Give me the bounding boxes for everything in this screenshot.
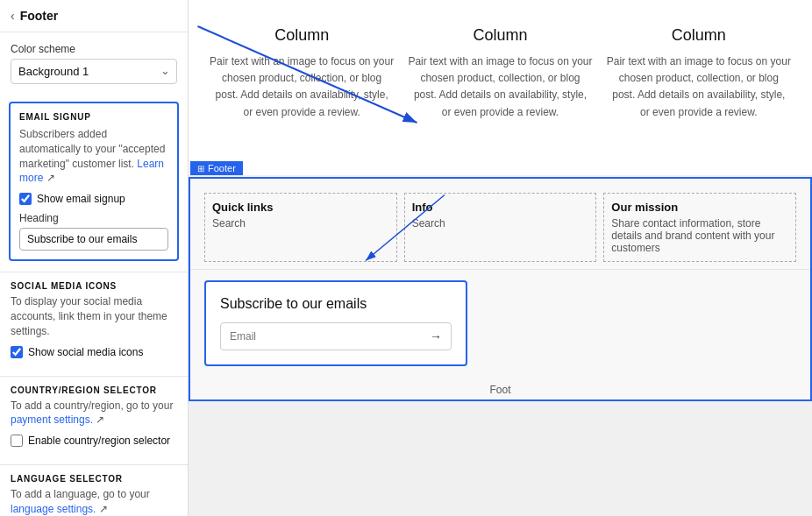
social-media-section: SOCIAL MEDIA ICONS To display your socia… [0, 272, 188, 364]
enable-country-checkbox[interactable] [11, 435, 23, 447]
enable-country-row: Enable country/region selector [11, 435, 177, 447]
column-3: Column Pair text with an image to focus … [607, 26, 791, 121]
footer-links-row: Quick links Search Info Search Our missi… [190, 179, 810, 270]
country-region-description: To add a country/region, go to your paym… [11, 399, 177, 428]
subscribe-box: Subscribe to our emails → [204, 280, 467, 366]
language-section: LANGUAGE SELECTOR To add a language, go … [0, 465, 188, 516]
footer-tab: ⊞ Footer [190, 161, 243, 175]
subscribe-title: Subscribe to our emails [220, 296, 452, 312]
country-region-heading: COUNTRY/REGION SELECTOR [11, 385, 177, 395]
color-scheme-select[interactable]: Background 1 Background 2 Background 3 [11, 59, 177, 84]
email-submit-button[interactable]: → [421, 323, 451, 350]
col-3-title: Column [607, 26, 791, 45]
heading-field-label: Heading [19, 212, 168, 224]
panel-header: ‹ Footer [0, 0, 188, 32]
footer-section: ⊞ Footer Quick links Search Info Search … [189, 177, 812, 401]
payment-settings-link[interactable]: payment settings. [11, 414, 93, 426]
footer-col-2-text: Share contact information, store details… [611, 217, 788, 254]
footer-col-1: Info Search [404, 193, 597, 262]
show-email-label: Show email signup [37, 193, 125, 205]
footer-tab-icon: ⊞ [197, 164, 204, 173]
footer-col-1-title: Info [412, 201, 589, 214]
language-description: To add a language, go to your language s… [11, 487, 177, 516]
col-3-text: Pair text with an image to focus on your… [607, 53, 791, 121]
col-2-title: Column [408, 26, 592, 45]
social-media-heading: SOCIAL MEDIA ICONS [11, 281, 177, 291]
footer-col-0: Quick links Search [204, 193, 397, 262]
back-button[interactable]: ‹ [11, 9, 15, 23]
heading-input[interactable]: Subscribe to our emails [19, 228, 168, 251]
subscribe-area: Subscribe to our emails → [190, 280, 810, 366]
footer-wrapper: ⊞ Footer Quick links Search Info Search … [189, 177, 812, 401]
col-2-text: Pair text with an image to focus on your… [408, 53, 592, 121]
enable-country-label: Enable country/region selector [28, 435, 170, 447]
social-media-description: To display your social media accounts, l… [11, 294, 177, 338]
footer-tab-label: Footer [208, 163, 236, 173]
col-1-title: Column [210, 26, 394, 45]
email-input-row[interactable]: → [220, 322, 452, 350]
email-signup-description: Subscribers added automatically to your … [19, 127, 168, 186]
footer-bottom-label: Foot [190, 380, 810, 399]
left-panel: ‹ Footer Color scheme Background 1 Backg… [0, 0, 189, 516]
color-scheme-section: Color scheme Background 1 Background 2 B… [0, 32, 188, 93]
col-1-text: Pair text with an image to focus on your… [210, 53, 394, 121]
column-1: Column Pair text with an image to focus … [210, 26, 394, 121]
column-2: Column Pair text with an image to focus … [408, 26, 592, 121]
footer-col-0-title: Quick links [212, 201, 389, 214]
show-social-checkbox[interactable] [11, 346, 23, 358]
email-signup-section: EMAIL SIGNUP Subscribers added automatic… [9, 102, 179, 261]
footer-col-0-text: Search [212, 217, 389, 230]
panel-title: Footer [20, 9, 59, 23]
email-input[interactable] [221, 324, 421, 349]
color-scheme-select-wrap[interactable]: Background 1 Background 2 Background 3 [11, 59, 177, 84]
show-social-row: Show social media icons [11, 346, 177, 358]
columns-row: Column Pair text with an image to focus … [210, 26, 791, 121]
language-settings-link[interactable]: language settings. [11, 503, 96, 515]
color-scheme-label: Color scheme [11, 43, 177, 55]
show-email-checkbox[interactable] [19, 193, 32, 205]
email-signup-heading: EMAIL SIGNUP [19, 112, 168, 122]
footer-col-1-text: Search [412, 217, 589, 230]
language-heading: LANGUAGE SELECTOR [11, 474, 177, 484]
footer-col-2-title: Our mission [611, 201, 788, 214]
canvas-top: Column Pair text with an image to focus … [189, 0, 812, 175]
show-email-row: Show email signup [19, 193, 168, 205]
country-region-section: COUNTRY/REGION SELECTOR To add a country… [0, 377, 188, 455]
right-canvas: Column Pair text with an image to focus … [189, 0, 812, 516]
columns-section: Column Pair text with an image to focus … [189, 0, 812, 175]
footer-col-2: Our mission Share contact information, s… [603, 193, 796, 262]
show-social-label: Show social media icons [28, 346, 143, 358]
